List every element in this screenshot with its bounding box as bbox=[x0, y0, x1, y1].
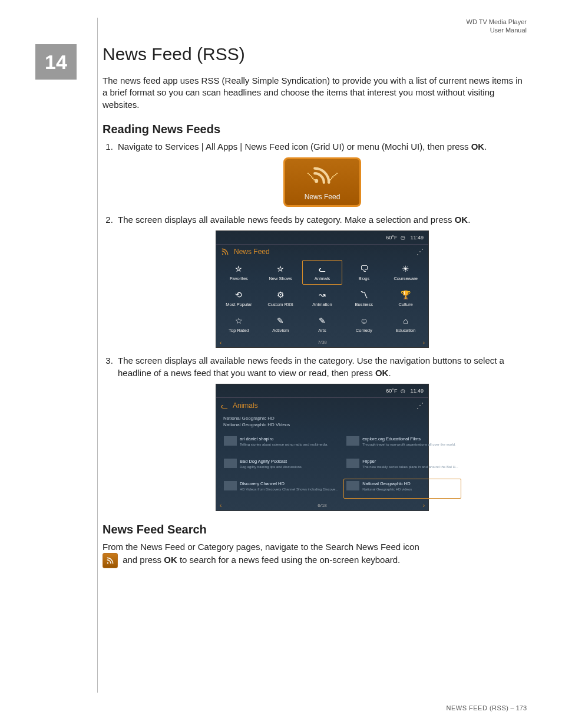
feed-thumbnail bbox=[224, 481, 237, 490]
breadcrumb-links: National Geographic HD National Geograph… bbox=[216, 415, 428, 430]
clock-icon bbox=[401, 234, 406, 241]
news-feed-tile: ⟍⟋ News Feed bbox=[283, 157, 361, 207]
feed-subtitle: HD Videos from Discovery Channel Shows i… bbox=[240, 487, 338, 492]
category-icon: ↝ bbox=[319, 289, 326, 301]
category-icon: ᓚ bbox=[319, 263, 326, 275]
feed-item: explore.org Educational FilmsThrough tra… bbox=[343, 434, 461, 454]
feed-item: Discovery Channel HDHD Videos from Disco… bbox=[221, 479, 341, 499]
category-icon: 〽 bbox=[360, 289, 368, 301]
category-cell: 🗨Blogs bbox=[343, 260, 384, 285]
svg-point-0 bbox=[315, 179, 318, 183]
clock-time: 11:49 bbox=[410, 234, 424, 241]
category-icon: ⚙ bbox=[277, 289, 285, 301]
screenshot-categories: 60°F 11:49 News Feed bbox=[216, 230, 429, 348]
feed-item: ari daniel shapiroTelling stories about … bbox=[221, 434, 341, 454]
status-bar: 60°F 11:49 bbox=[216, 384, 428, 398]
category-cell: ⟲Most Popular bbox=[219, 286, 259, 311]
category-label: New Shows bbox=[269, 276, 292, 282]
steps-list: Navigate to Services | All Apps | News F… bbox=[98, 141, 527, 511]
next-arrow-icon: › bbox=[423, 502, 425, 510]
category-label: Education bbox=[396, 328, 415, 334]
header-doc: User Manual bbox=[467, 26, 527, 34]
category-label: Animation bbox=[312, 302, 332, 308]
feed-thumbnail bbox=[224, 459, 237, 468]
category-icon: ☺ bbox=[360, 315, 368, 327]
clock-icon bbox=[401, 387, 406, 394]
category-icon: ☆ bbox=[235, 315, 243, 327]
category-label: Blogs bbox=[358, 276, 369, 282]
step-3: The screen displays all available news f… bbox=[115, 355, 527, 511]
feed-thumbnail bbox=[346, 459, 359, 468]
prev-arrow-icon: ‹ bbox=[220, 339, 222, 347]
search-paragraph: From the News Feed or Category pages, na… bbox=[98, 541, 527, 568]
feed-thumbnail bbox=[346, 436, 359, 446]
category-icon: ☀ bbox=[402, 263, 409, 275]
shot-title: News Feed bbox=[216, 245, 428, 260]
header: WD TV Media Player User Manual bbox=[467, 18, 527, 35]
feed-thumbnail bbox=[224, 436, 237, 446]
feed-title: Discovery Channel HD bbox=[240, 481, 338, 487]
feed-list: ari daniel shapiroTelling stories about … bbox=[216, 430, 428, 501]
feed-subtitle: The new weekly series takes place in and… bbox=[362, 465, 458, 469]
section-heading-search: News Feed Search bbox=[98, 523, 527, 536]
category-label: Arts bbox=[318, 328, 326, 334]
feed-title: ari daniel shapiro bbox=[240, 436, 328, 442]
category-cell: ✎Arts bbox=[302, 312, 343, 337]
wifi-icon bbox=[416, 247, 424, 256]
category-label: Favorites bbox=[230, 276, 248, 282]
category-cell: ⚙Custom RSS bbox=[260, 286, 301, 311]
feed-subtitle: Telling stories about science using radi… bbox=[240, 442, 328, 447]
category-label: Culture bbox=[399, 302, 413, 308]
screenshot-feed-list: 60°F 11:49 ᓚ Animals National Geographic… bbox=[216, 384, 429, 511]
category-label: Courseware bbox=[394, 276, 417, 282]
category-cell: ⌂Education bbox=[385, 312, 426, 337]
tile-label: News Feed bbox=[285, 192, 359, 202]
category-label: Top Rated bbox=[229, 328, 249, 334]
feed-subtitle: Through travel to non-profit organizatio… bbox=[362, 442, 455, 447]
category-cell: 🏆Culture bbox=[385, 286, 426, 311]
feed-title: National Geographic HD bbox=[362, 481, 412, 487]
category-grid: ✮Favorites✮New ShowsᓚAnimals🗨Blogs☀Cours… bbox=[216, 260, 428, 338]
status-bar: 60°F 11:49 bbox=[216, 231, 428, 245]
feed-item: Bad Dog Agility PodcastDog agility train… bbox=[221, 456, 341, 476]
category-icon: ✎ bbox=[277, 315, 284, 327]
feed-title: Bad Dog Agility Podcast bbox=[240, 459, 302, 465]
feed-thumbnail bbox=[346, 481, 359, 490]
header-product: WD TV Media Player bbox=[467, 18, 527, 26]
feed-title: explore.org Educational Films bbox=[362, 436, 455, 442]
footer-chapter: NEWS FEED (RSS) bbox=[447, 704, 509, 711]
feed-subtitle: National Geographic HD videos bbox=[362, 487, 412, 492]
step-2: The screen displays all available news f… bbox=[115, 214, 527, 348]
category-cell: ᓚAnimals bbox=[302, 260, 343, 285]
chapter-number-badge: 14 bbox=[35, 44, 77, 80]
category-label: Activism bbox=[272, 328, 289, 334]
category-icon: ✎ bbox=[319, 315, 326, 327]
category-icon: ✮ bbox=[235, 263, 242, 275]
category-cell: 〽Business bbox=[343, 286, 384, 311]
feed-item: FlipperThe new weekly series takes place… bbox=[343, 456, 461, 476]
category-icon: 🏆 bbox=[401, 289, 411, 301]
category-label: Business bbox=[355, 302, 373, 308]
category-cell: ↝Animation bbox=[302, 286, 343, 311]
category-cell: ☺Comedy bbox=[343, 312, 384, 337]
wifi-icon bbox=[416, 401, 424, 410]
pager: ‹ 6/18 › bbox=[216, 501, 428, 510]
category-cell: ✎Activism bbox=[260, 312, 301, 337]
feed-item: National Geographic HDNational Geographi… bbox=[343, 479, 461, 499]
footer-page-number: 173 bbox=[516, 704, 527, 711]
temperature: 60°F bbox=[386, 234, 397, 241]
category-label: Custom RSS bbox=[268, 302, 293, 308]
pager-text: 7/38 bbox=[318, 340, 327, 346]
content-column: News Feed (RSS) The news feed app uses R… bbox=[97, 18, 527, 693]
clock-time: 11:49 bbox=[410, 387, 424, 394]
category-cell: ☆Top Rated bbox=[219, 312, 259, 337]
temperature: 60°F bbox=[386, 387, 397, 394]
search-rss-icon bbox=[103, 553, 118, 568]
paw-icon: ᓚ bbox=[221, 400, 228, 411]
svg-point-2 bbox=[107, 562, 108, 564]
category-icon: 🗨 bbox=[360, 263, 368, 275]
next-arrow-icon: › bbox=[423, 339, 425, 347]
rss-icon bbox=[221, 248, 229, 256]
category-cell: ☀Courseware bbox=[385, 260, 426, 285]
footer: NEWS FEED (RSS) – 173 bbox=[35, 704, 527, 711]
